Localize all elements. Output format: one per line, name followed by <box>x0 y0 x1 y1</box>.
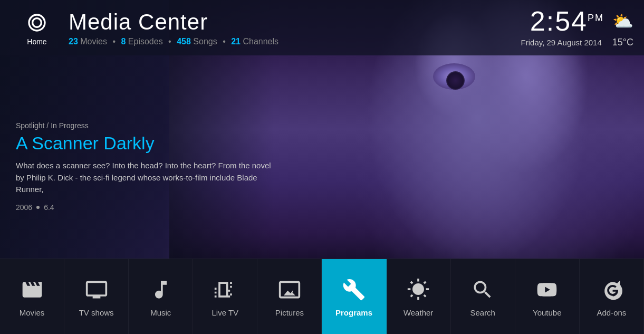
nav-item-music[interactable]: Music <box>129 259 193 334</box>
tv-icon <box>83 276 110 303</box>
addons-nav-label: Add-ons <box>597 308 626 317</box>
programs-nav-label: Programs <box>335 308 372 317</box>
addons-nav-icon <box>598 276 624 303</box>
pictures-icon <box>276 276 303 303</box>
nav-item-livetv[interactable]: Live TV <box>193 259 257 334</box>
home-nav-item[interactable]: Home <box>11 5 63 51</box>
tvshows-nav-label: TV shows <box>79 308 114 317</box>
channels-label: Channels <box>243 37 278 46</box>
spotlight-meta: 2006 6.4 <box>16 203 274 212</box>
title-section: Media Center 23 Movies • 8 Episodes • 45… <box>63 9 521 46</box>
nav-item-programs[interactable]: Programs <box>322 259 386 334</box>
nav-item-youtube[interactable]: Youtube <box>515 259 580 334</box>
search-nav-icon <box>469 276 496 303</box>
date-display: Friday, 29 August 2014 <box>521 38 602 47</box>
episodes-label: Episodes <box>128 37 163 46</box>
date-temperature: Friday, 29 August 2014 15°C <box>521 37 633 48</box>
weather-nav-label: Weather <box>403 308 433 317</box>
weather-nav-icon <box>405 276 431 303</box>
app-title: Media Center <box>69 9 521 35</box>
eye-pupil <box>446 71 465 90</box>
film-icon <box>19 276 45 303</box>
media-stats: 23 Movies • 8 Episodes • 458 Songs • 21 … <box>69 37 521 46</box>
youtube-nav-icon <box>534 276 560 303</box>
songs-count: 458 <box>177 37 191 46</box>
spotlight-rating: 6.4 <box>44 203 54 212</box>
nav-item-addons[interactable]: Add-ons <box>580 259 644 334</box>
topbar: Home Media Center 23 Movies • 8 Episodes… <box>0 0 644 55</box>
time-weather: 2:54PM ⛅ <box>530 7 633 35</box>
nav-item-weather[interactable]: Weather <box>387 259 451 334</box>
meta-separator <box>36 206 40 209</box>
temperature-display: 15°C <box>612 37 633 48</box>
nav-item-search[interactable]: Search <box>451 259 515 334</box>
clock-display: 2:54PM <box>530 7 604 35</box>
music-nav-label: Music <box>150 308 171 317</box>
bottom-navigation: Movies TV shows Music Live TV <box>0 259 644 334</box>
search-nav-label: Search <box>470 308 495 317</box>
nav-item-pictures[interactable]: Pictures <box>257 259 322 334</box>
weather-icon: ⛅ <box>612 11 633 31</box>
nav-item-tvshows[interactable]: TV shows <box>64 259 129 334</box>
right-section: 2:54PM ⛅ Friday, 29 August 2014 15°C <box>521 7 633 48</box>
livetv-icon <box>212 276 238 303</box>
spotlight-title: A Scanner Darkly <box>16 133 274 154</box>
nav-item-movies[interactable]: Movies <box>0 259 64 334</box>
music-icon <box>148 276 174 303</box>
time-ampm: PM <box>588 13 604 23</box>
livetv-nav-label: Live TV <box>212 308 239 317</box>
pictures-nav-label: Pictures <box>275 308 304 317</box>
spotlight-section[interactable]: Spotlight / In Progress A Scanner Darkly… <box>16 121 274 212</box>
spotlight-year: 2006 <box>16 203 32 212</box>
songs-label: Songs <box>193 37 217 46</box>
home-icon <box>24 10 50 35</box>
home-label: Home <box>27 37 46 46</box>
movies-label: Movies <box>80 37 107 46</box>
episodes-count: 8 <box>121 37 126 46</box>
movies-count: 23 <box>69 37 78 46</box>
youtube-nav-label: Youtube <box>533 308 562 317</box>
programs-icon <box>341 276 367 303</box>
spotlight-description: What does a scanner see? Into the head? … <box>16 160 274 196</box>
channels-count: 21 <box>231 37 241 46</box>
spotlight-label: Spotlight / In Progress <box>16 121 274 130</box>
movies-nav-label: Movies <box>20 308 45 317</box>
time-value: 2:54 <box>530 6 588 36</box>
